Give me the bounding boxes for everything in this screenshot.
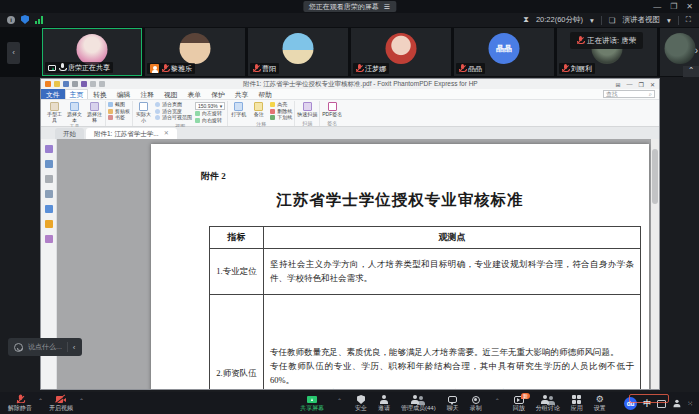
chat-button[interactable]: 聊天 [447,395,459,411]
pdf-restore-icon[interactable]: ❐ [639,81,644,88]
share-options-chevron-icon[interactable]: ⌃ [337,395,342,404]
redo-icon[interactable] [99,81,105,87]
ime-more-icon[interactable]: ⁙ [687,400,693,408]
record-button[interactable]: 录制 [470,395,482,411]
scrollbar-thumb[interactable] [652,149,658,204]
emoji-icon[interactable] [14,343,23,352]
tab-protect[interactable]: 保护 [206,89,230,99]
share-screen-button[interactable]: 共享屏幕 [300,395,324,411]
security-lock-icon[interactable] [45,220,53,228]
video-options-chevron-icon[interactable]: ⌃ [79,395,84,404]
tab-view[interactable]: 视图 [159,89,183,99]
vertical-scrollbar[interactable] [651,139,659,389]
cell-indicator: 1.专业定位 [210,249,264,295]
email-icon[interactable] [81,81,87,87]
unmute-button[interactable]: 解除静音 [8,395,32,411]
pdf-viewport[interactable]: 附件 2 江苏省学士学位授权专业审核标准 指标 观测点 1.专业定位 坚持社会主… [57,139,651,389]
chat-collapse-icon[interactable]: ‹ [73,343,76,352]
meeting-info-icon[interactable]: i [7,16,15,24]
security-button[interactable]: 安全 [355,395,367,411]
tab-edit[interactable]: 编辑 [112,89,136,99]
chat-placeholder[interactable]: 说点什么... [28,342,62,352]
video-tile-sharing[interactable]: 唐荣正在共享 [42,28,142,76]
actual-size-button[interactable]: 实际大小 [135,101,152,123]
video-tile[interactable]: 曹阳 [248,28,348,76]
bookmarks-panel-icon[interactable] [45,145,53,153]
rotate-right-button[interactable]: 向右旋转 [195,118,225,124]
settings-button[interactable]: ⚙ 设置 [594,395,606,411]
fit-visible-button[interactable]: 适合可视范围 [155,115,192,121]
fit-page-button[interactable]: 适合页面 [155,102,192,108]
tab-share[interactable]: 共享 [230,89,254,99]
group-label-comment: 注释 [256,121,266,127]
cell-observation: 专任教师数量充足、素质优良，能够满足人才培养需要。近三年无重大影响的师德师风问题… [264,295,641,390]
video-tile[interactable]: 黎雅乐 [145,28,245,76]
signatures-panel-icon[interactable] [45,235,53,243]
breakout-rooms-button[interactable]: 分组讨论 [536,395,560,411]
tab-home[interactable]: 主页 [65,89,89,99]
mic-options-chevron-icon[interactable]: ⌃ [38,395,43,404]
quick-chat-bubble[interactable]: 说点什么... ‹ [8,338,82,356]
open-folder-icon[interactable] [54,81,60,87]
pdf-float-icon[interactable]: ⊞ [616,81,621,88]
banner-menu-icon[interactable]: ☰ [384,1,390,12]
strip-collapse-button[interactable]: ⌃ [683,66,699,77]
video-tile[interactable]: 晶晶 晶晶 [454,28,554,76]
underline-button[interactable]: 下划线 [270,115,292,121]
minimize-icon[interactable]: — [653,1,661,12]
strip-collapse-left-button[interactable]: ‹ [7,42,20,64]
close-icon[interactable]: ✕ [686,1,693,12]
avatar [664,33,695,64]
snapshot-button[interactable]: 截图 [108,102,130,108]
view-caret-icon[interactable]: ▾ [667,16,671,25]
screen-share-icon [48,65,56,71]
print-icon[interactable] [72,81,78,87]
hand-tool-button[interactable]: 手型工具 [46,101,63,123]
strip-next-page-icon[interactable]: › [695,45,698,56]
invite-button[interactable]: 邀请 [378,395,390,411]
pdf-close-icon[interactable]: ✕ [650,81,655,88]
start-video-button[interactable]: 开启视频 [49,395,73,411]
rotate-left-button[interactable]: 向左旋转 [195,111,225,117]
view-mode-selector[interactable]: 演讲者视图 [622,15,660,25]
pages-panel-icon[interactable] [45,160,53,168]
video-tile[interactable]: 汪梦娜 [351,28,451,76]
document-page: 附件 2 江苏省学士学位授权专业审核标准 指标 观测点 1.专业定位 坚持社会主… [151,144,649,389]
security-shield-icon[interactable] [21,15,29,24]
tab-help[interactable]: 帮助 [253,89,277,99]
duration-caret-icon[interactable]: ▾ [590,16,594,25]
attachments-panel-icon[interactable] [45,205,53,213]
replay-button[interactable]: 新 回放 [513,395,525,411]
tab-close-icon[interactable]: ✕ [164,128,169,139]
layers-panel-icon[interactable] [45,190,53,198]
select-text-button[interactable]: 选择文本 [66,101,83,123]
tab-comment[interactable]: 注释 [135,89,159,99]
pdf-sign-button[interactable]: PDF签名 [322,101,342,118]
fullscreen-icon[interactable]: ⛶ [686,15,691,25]
participant-name: 刘丽利 [571,63,592,74]
save-icon[interactable] [63,81,69,87]
ime-account-icon[interactable] [673,400,681,408]
comments-panel-icon[interactable] [45,175,53,183]
record-options-chevron-icon[interactable]: ⌃ [495,395,500,404]
doc-tab-start[interactable]: 开始 [55,128,84,139]
manage-members-button[interactable]: 管理成员(44) [401,395,436,411]
note-button[interactable]: 备注 [250,101,267,118]
speaker-mic-icon [577,36,583,45]
restore-icon[interactable]: ❐ [670,1,677,12]
find-input[interactable]: 查找 ⌕ [603,90,655,98]
tab-convert[interactable]: 转换 [88,89,112,99]
doc-tab-current[interactable]: 附件1: 江苏省学士学... ✕ [86,128,177,139]
apps-button[interactable]: 应用 [571,395,583,411]
select-annotation-button[interactable]: 选择注释 [86,101,103,123]
tab-form[interactable]: 表单 [183,89,207,99]
undo-icon[interactable] [90,81,96,87]
quick-scan-button[interactable]: 快速扫描 [297,101,317,118]
highlight-button[interactable]: 高亮 [270,102,292,108]
pdf-minimize-icon[interactable]: — [627,81,633,88]
zoom-level-select[interactable]: 150.93% ▾ [195,102,225,110]
typewriter-button[interactable]: 打字机 [230,101,247,118]
tab-file[interactable]: 文件 [41,89,65,99]
meeting-duration[interactable]: 20:22(60分钟) [536,15,583,25]
watching-screen-banner[interactable]: 您正在观看唐荣的屏幕 ☰ [303,1,396,12]
